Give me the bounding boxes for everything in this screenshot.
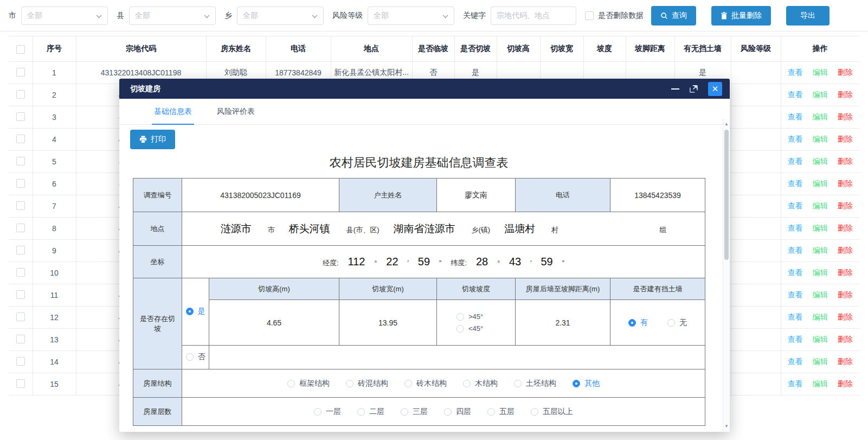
view-link[interactable]: 查看 [788, 290, 803, 299]
delete-link[interactable]: 删除 [838, 357, 853, 366]
row-checkbox[interactable] [16, 90, 25, 99]
edit-link[interactable]: 编辑 [813, 68, 828, 76]
edit-link[interactable]: 编辑 [813, 135, 828, 143]
delete-link[interactable]: 删除 [838, 135, 853, 143]
county-select[interactable]: 全部 [129, 7, 216, 25]
city-select[interactable]: 全部 [21, 7, 108, 25]
maximize-button[interactable] [689, 84, 698, 93]
row-checkbox[interactable] [16, 68, 25, 76]
view-link[interactable]: 查看 [788, 201, 803, 210]
risk-level-select[interactable]: 全部 [368, 7, 454, 25]
floors-radio[interactable]: 四层 [444, 407, 471, 417]
tab-risk-evaluation[interactable]: 风险评价表 [217, 99, 255, 124]
row-checkbox[interactable] [16, 224, 25, 232]
row-checkbox[interactable] [16, 290, 25, 299]
edit-link[interactable]: 编辑 [813, 335, 828, 343]
delete-link[interactable]: 删除 [838, 290, 853, 299]
edit-link[interactable]: 编辑 [813, 313, 828, 321]
floors-radio[interactable]: 一层 [314, 407, 341, 417]
view-link[interactable]: 查看 [788, 135, 803, 143]
delete-link[interactable]: 删除 [838, 379, 853, 388]
view-link[interactable]: 查看 [788, 313, 803, 321]
view-link[interactable]: 查看 [788, 157, 803, 165]
edit-link[interactable]: 编辑 [813, 157, 828, 165]
structure-radio[interactable]: 框架结构 [287, 379, 330, 388]
select-all-checkbox[interactable] [16, 45, 25, 54]
row-checkbox[interactable] [16, 157, 25, 165]
structure-radio[interactable]: 土坯结构 [514, 379, 556, 388]
radio-icon [346, 380, 353, 387]
print-button[interactable]: 打印 [130, 130, 175, 149]
edit-link[interactable]: 编辑 [813, 179, 828, 188]
structure-radio[interactable]: 其他 [573, 379, 600, 388]
view-link[interactable]: 查看 [788, 357, 803, 366]
view-link[interactable]: 查看 [788, 268, 803, 277]
floors-radio[interactable]: 三层 [401, 407, 428, 417]
row-checkbox[interactable] [16, 112, 25, 121]
structure-radio[interactable]: 砖木结构 [404, 379, 447, 388]
structure-radio[interactable]: 木结构 [463, 379, 498, 388]
edit-link[interactable]: 编辑 [813, 268, 828, 277]
scroll-down-icon[interactable]: ▼ [723, 424, 730, 429]
edit-link[interactable]: 编辑 [813, 112, 828, 121]
delete-link[interactable]: 删除 [838, 335, 853, 343]
delete-link[interactable]: 删除 [838, 246, 853, 254]
row-checkbox[interactable] [16, 246, 25, 254]
view-link[interactable]: 查看 [788, 112, 803, 121]
edit-link[interactable]: 编辑 [813, 357, 828, 366]
modal-scrollbar[interactable]: ▲ ▼ [723, 119, 730, 432]
slope-degree-radio-1[interactable]: <45° [456, 324, 483, 333]
export-button[interactable]: 导出 [786, 6, 830, 25]
delete-link[interactable]: 删除 [838, 313, 853, 321]
retaining-wall-radio[interactable]: 无 [667, 318, 687, 328]
view-link[interactable]: 查看 [788, 68, 803, 76]
edit-link[interactable]: 编辑 [813, 201, 828, 210]
delete-link[interactable]: 删除 [838, 157, 853, 165]
delete-link[interactable]: 删除 [838, 201, 853, 210]
edit-link[interactable]: 编辑 [813, 90, 828, 99]
delete-link[interactable]: 删除 [838, 90, 853, 99]
row-checkbox[interactable] [16, 313, 25, 321]
batch-delete-button[interactable]: 批量删除 [711, 6, 771, 25]
view-link[interactable]: 查看 [788, 179, 803, 188]
view-link[interactable]: 查看 [788, 224, 803, 232]
floors-radio[interactable]: 五层以上 [531, 407, 573, 417]
edit-link[interactable]: 编辑 [813, 224, 828, 232]
township-select[interactable]: 全部 [237, 7, 324, 25]
row-checkbox[interactable] [16, 268, 25, 277]
row-checkbox[interactable] [16, 201, 25, 210]
cut-slope-yes-radio[interactable]: 是 [186, 307, 205, 316]
radio-label: 四层 [456, 407, 471, 417]
view-link[interactable]: 查看 [788, 246, 803, 254]
search-button[interactable]: 查询 [651, 6, 696, 25]
delete-link[interactable]: 删除 [838, 112, 853, 121]
retaining-wall-radio[interactable]: 有 [628, 318, 648, 328]
floors-radio[interactable]: 五层 [487, 407, 515, 417]
delete-link[interactable]: 删除 [838, 268, 853, 277]
keyword-input[interactable]: 宗地代码、地点 [491, 7, 576, 25]
view-link[interactable]: 查看 [788, 90, 803, 99]
row-checkbox[interactable] [16, 335, 25, 343]
delete-data-checkbox[interactable] [585, 11, 594, 20]
floors-radio[interactable]: 二层 [357, 407, 384, 417]
delete-link[interactable]: 删除 [838, 179, 853, 188]
tab-basic-info[interactable]: 基础信息表 [154, 99, 192, 124]
structure-radio[interactable]: 砖混结构 [346, 379, 388, 388]
row-checkbox[interactable] [16, 357, 25, 366]
edit-link[interactable]: 编辑 [813, 290, 828, 299]
slope-degree-radio-0[interactable]: >45° [456, 313, 483, 321]
close-button[interactable]: ✕ [708, 82, 722, 96]
cut-slope-no-radio[interactable]: 否 [186, 352, 205, 362]
scrollbar-thumb[interactable] [724, 130, 729, 260]
edit-link[interactable]: 编辑 [813, 246, 828, 254]
scroll-up-icon[interactable]: ▲ [723, 122, 730, 127]
delete-link[interactable]: 删除 [838, 68, 853, 76]
minimize-button[interactable] [671, 88, 679, 90]
row-checkbox[interactable] [16, 179, 25, 188]
delete-link[interactable]: 删除 [838, 224, 853, 232]
edit-link[interactable]: 编辑 [813, 379, 828, 388]
view-link[interactable]: 查看 [788, 379, 803, 388]
row-checkbox[interactable] [16, 135, 25, 143]
view-link[interactable]: 查看 [788, 335, 803, 343]
row-checkbox[interactable] [16, 379, 25, 388]
